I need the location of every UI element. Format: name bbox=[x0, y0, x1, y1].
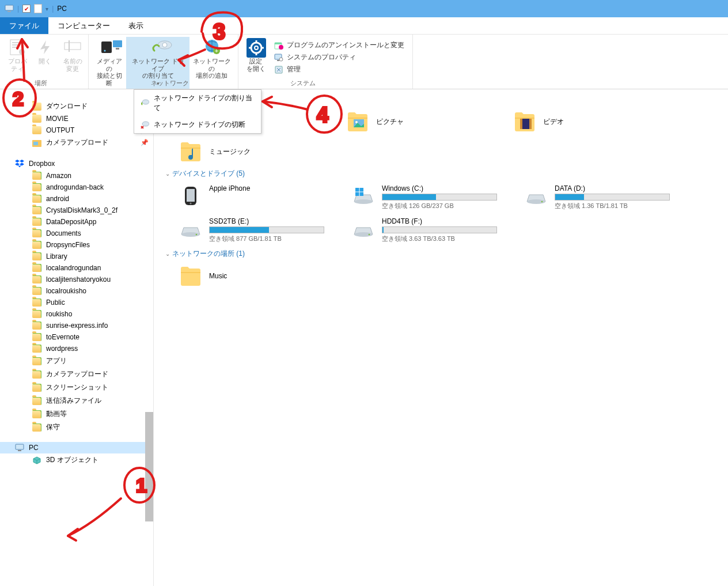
network-drive-icon bbox=[149, 38, 167, 56]
ribbon-group-location: 場所 bbox=[35, 79, 47, 88]
drive-item[interactable]: SSD2TB (E:)空き領域 877 GB/1.81 TB bbox=[177, 215, 327, 245]
nav-item[interactable]: CrystalDiskMark3_0_2f bbox=[0, 205, 153, 216]
drive-icon bbox=[179, 217, 202, 240]
nav-dropbox[interactable]: Dropbox bbox=[0, 157, 153, 170]
tab-view[interactable]: 表示 bbox=[119, 17, 153, 34]
svg-point-55 bbox=[369, 234, 370, 236]
manage-button[interactable]: 管理 bbox=[270, 63, 409, 75]
nav-item[interactable]: roukisho bbox=[0, 308, 153, 320]
scrollbar-thumb[interactable] bbox=[145, 412, 153, 521]
svg-point-47 bbox=[190, 203, 192, 205]
drive-icon bbox=[525, 184, 548, 207]
nav-item[interactable]: カメラアップロード bbox=[0, 368, 153, 381]
nav-item[interactable]: androgundan-back bbox=[0, 182, 153, 193]
svg-rect-5 bbox=[12, 47, 18, 48]
svg-point-53 bbox=[196, 234, 198, 236]
folder-icon bbox=[32, 195, 41, 203]
svg-point-51 bbox=[541, 201, 543, 203]
uninstall-programs-button[interactable]: プログラムのアンインストールと変更 bbox=[270, 39, 409, 51]
tab-computer[interactable]: コンピューター bbox=[48, 17, 119, 34]
nav-item[interactable]: localroukisho bbox=[0, 285, 153, 297]
properties-button[interactable]: プロパ ティ bbox=[3, 37, 31, 89]
nav-item[interactable]: DropsyncFiles bbox=[0, 239, 153, 251]
cube-icon bbox=[32, 456, 41, 465]
menu-map-drive[interactable]: ネットワーク ドライブの割り当て bbox=[134, 90, 261, 116]
properties-icon bbox=[8, 38, 26, 56]
nav-item[interactable]: OUTPUT📌 bbox=[0, 124, 153, 136]
add-network-location-button[interactable]: + ネットワークの 場所の追加 bbox=[189, 37, 234, 89]
qat-dropdown-icon[interactable]: ▾ bbox=[46, 6, 48, 12]
svg-point-41 bbox=[355, 121, 358, 123]
nav-item[interactable]: DataDepositApp bbox=[0, 216, 153, 228]
nav-item[interactable]: MOVIE📌 bbox=[0, 113, 153, 124]
section-drives[interactable]: ⌄ デバイスとドライブ (5) bbox=[165, 165, 716, 182]
svg-rect-1 bbox=[7, 11, 11, 12]
nav-item[interactable]: 保守 bbox=[0, 421, 153, 434]
folder-icon bbox=[32, 252, 41, 260]
folder-item[interactable]: ビデオ bbox=[511, 108, 655, 135]
nav-item[interactable]: Documents bbox=[0, 228, 153, 239]
nav-item[interactable]: toEvernote bbox=[0, 331, 153, 343]
nav-item[interactable]: sunrise-express.info bbox=[0, 320, 153, 331]
svg-point-30 bbox=[279, 58, 283, 61]
svg-point-33 bbox=[142, 122, 149, 126]
network-item[interactable]: Music bbox=[177, 262, 321, 290]
folder-icon bbox=[32, 275, 41, 283]
drive-item[interactable]: Apple iPhone bbox=[177, 182, 327, 213]
drive-item[interactable]: HDD4TB (F:)空き領域 3.63 TB/3.63 TB bbox=[350, 215, 499, 245]
qat-new-icon[interactable] bbox=[34, 4, 42, 13]
svg-rect-37 bbox=[18, 450, 21, 451]
nav-item[interactable]: Library bbox=[0, 251, 153, 262]
folder-icon bbox=[32, 126, 41, 134]
nav-pc[interactable]: PC bbox=[0, 442, 153, 453]
folder-icon bbox=[32, 172, 41, 180]
nav-item[interactable]: カメラアップロード📌 bbox=[0, 136, 153, 149]
nav-item[interactable]: アプリ bbox=[0, 354, 153, 368]
folder-item[interactable]: ピクチャ bbox=[344, 108, 488, 135]
nav-item[interactable]: localandrogundan bbox=[0, 262, 153, 274]
folder-icon bbox=[32, 298, 41, 307]
tab-file[interactable]: ファイル bbox=[0, 17, 48, 34]
dropbox-icon bbox=[15, 159, 24, 168]
nav-item[interactable]: Public bbox=[0, 297, 153, 308]
menu-disconnect-drive[interactable]: ネットワーク ドライブの切断 bbox=[134, 116, 261, 133]
nav-item[interactable]: 動画等 bbox=[0, 407, 153, 421]
folder-icon bbox=[32, 322, 41, 330]
separator: | bbox=[52, 5, 54, 13]
nav-3d-objects[interactable]: 3D オブジェクト bbox=[0, 453, 153, 467]
svg-rect-29 bbox=[277, 60, 279, 61]
svg-rect-46 bbox=[187, 189, 195, 202]
ribbon: プロパ ティ 開く 名前の 変更 場所 メディアの 接続と切断 ▾ ネットワーク… bbox=[0, 35, 728, 89]
folder-icon bbox=[32, 370, 41, 379]
globe-icon: + bbox=[203, 38, 221, 56]
folder-icon bbox=[179, 264, 202, 288]
nav-item[interactable]: wordpress bbox=[0, 343, 153, 354]
navigation-pane: ダウンロード📌MOVIE📌OUTPUT📌カメラアップロード📌 Dropbox A… bbox=[0, 89, 154, 586]
folder-icon bbox=[32, 410, 41, 418]
nav-item[interactable]: 送信済みファイル bbox=[0, 394, 153, 407]
nav-item[interactable]: localjitenshatoryokou bbox=[0, 274, 153, 285]
chevron-down-icon: ⌄ bbox=[165, 171, 170, 177]
system-properties-button[interactable]: システムのプロパティ bbox=[270, 51, 409, 63]
qat-checkbox-icon[interactable]: ✔ bbox=[22, 5, 31, 13]
folder-icon bbox=[32, 264, 41, 272]
drive-item[interactable]: DATA (D:)空き領域 1.36 TB/1.81 TB bbox=[522, 182, 672, 213]
drive-item[interactable]: Windows (C:)空き領域 126 GB/237 GB bbox=[350, 182, 499, 213]
content-pane: ドキュメントピクチャビデオミュージック ⌄ デバイスとドライブ (5) Appl… bbox=[154, 89, 728, 586]
svg-point-6 bbox=[19, 49, 25, 55]
nav-item[interactable]: android bbox=[0, 193, 153, 205]
pin-icon: 📌 bbox=[141, 139, 149, 146]
svg-rect-4 bbox=[12, 44, 20, 46]
nav-item[interactable]: スクリーンショット bbox=[0, 381, 153, 394]
open-settings-button[interactable]: 設定 を開く bbox=[242, 37, 270, 89]
nav-item[interactable]: ダウンロード📌 bbox=[0, 100, 153, 113]
drive-icon bbox=[352, 217, 375, 240]
rename-button[interactable]: 名前の 変更 bbox=[59, 37, 86, 89]
media-connect-button[interactable]: メディアの 接続と切断 ▾ bbox=[92, 37, 126, 89]
nav-item[interactable]: Amazon bbox=[0, 170, 153, 182]
section-network[interactable]: ⌄ ネットワークの場所 (1) bbox=[165, 245, 716, 262]
folder-icon bbox=[32, 384, 41, 392]
folder-icon bbox=[32, 183, 41, 191]
folder-item[interactable]: ミュージック bbox=[177, 138, 321, 165]
svg-rect-44 bbox=[529, 119, 532, 129]
